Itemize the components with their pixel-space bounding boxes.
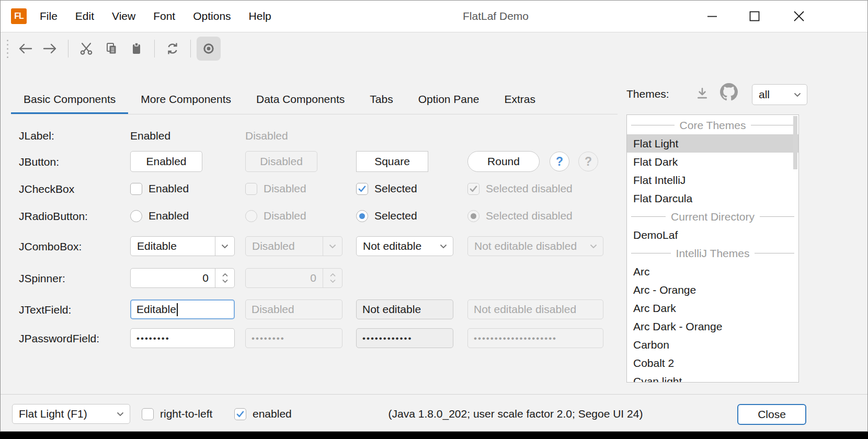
minimize-button[interactable] <box>696 1 728 32</box>
status-text: (Java 1.8.0_202; user scale factor 2.0; … <box>389 408 643 420</box>
menu-bar: File Edit View Font Options Help <box>31 1 280 32</box>
theme-list-item[interactable]: Arc Dark - Orange <box>627 317 798 336</box>
tab-tabs[interactable]: Tabs <box>357 84 405 114</box>
minimize-icon <box>705 9 719 23</box>
theme-list-item[interactable]: Arc Dark <box>627 299 798 317</box>
textfield-editable[interactable]: Editable <box>130 299 235 319</box>
maximize-icon <box>748 9 761 23</box>
chevron-down-icon <box>330 279 336 283</box>
chevron-down-icon[interactable] <box>434 237 453 256</box>
chevron-down-icon <box>222 279 228 283</box>
menu-file[interactable]: File <box>31 1 66 32</box>
radio-selected[interactable]: Selected <box>356 210 417 222</box>
theme-list-item[interactable]: Cobalt 2 <box>627 354 798 372</box>
flatlaf-demo-app: FL File Edit View Font Options Help Flat… <box>0 0 868 439</box>
tab-bar-divider <box>11 114 618 114</box>
close-window-button[interactable] <box>783 1 815 32</box>
tab-more-components[interactable]: More Components <box>128 84 244 114</box>
help-button[interactable]: ? <box>550 152 569 171</box>
menu-help[interactable]: Help <box>240 1 280 32</box>
passwordfield-editable[interactable]: •••••••• <box>130 328 235 348</box>
help-button-disabled: ? <box>578 152 598 171</box>
right-to-left-checkbox[interactable]: right-to-left <box>142 408 212 420</box>
enabled-button[interactable]: Enabled <box>130 151 202 172</box>
radio-disabled: Disabled <box>245 210 306 222</box>
tab-data-components[interactable]: Data Components <box>244 84 357 114</box>
radio-selected-icon[interactable] <box>356 210 368 222</box>
checkbox-label: Disabled <box>264 182 306 195</box>
toolbar-grip[interactable] <box>7 40 8 58</box>
jcheckbox-row-label: JCheckBox <box>19 183 74 195</box>
refresh-button[interactable] <box>161 37 185 61</box>
menu-edit[interactable]: Edit <box>66 1 103 32</box>
theme-list-item[interactable]: Flat Darcula <box>627 189 798 207</box>
theme-list-item[interactable]: Flat Light <box>627 134 798 153</box>
download-icon <box>695 87 709 100</box>
radio-icon[interactable] <box>130 210 142 222</box>
menu-view[interactable]: View <box>103 1 144 32</box>
checkbox-icon[interactable] <box>130 183 142 195</box>
chevron-down-icon[interactable] <box>111 405 130 423</box>
checkbox-enabled[interactable]: Enabled <box>130 182 189 195</box>
checkbox-selected[interactable]: Selected <box>356 182 417 195</box>
checkbox-label: Selected disabled <box>486 182 573 195</box>
chevron-down-icon[interactable] <box>215 237 234 256</box>
theme-list-item[interactable]: Arc <box>627 262 798 281</box>
tab-extras[interactable]: Extras <box>492 84 548 114</box>
spinner-arrows[interactable] <box>215 269 234 287</box>
maximize-button[interactable] <box>738 1 771 32</box>
arrow-right-icon <box>42 42 58 55</box>
textfield-not-editable[interactable]: Not editable <box>356 299 453 319</box>
theme-list-item[interactable]: DemoLaf <box>627 226 798 244</box>
tab-basic-components[interactable]: Basic Components <box>11 84 128 114</box>
theme-list-item[interactable]: Flat IntelliJ <box>627 171 798 189</box>
application-window: FL File Edit View Font Options Help Flat… <box>0 0 868 432</box>
radio-enabled[interactable]: Enabled <box>130 210 189 222</box>
jcombobox-row-label: JComboBox: <box>19 240 82 253</box>
combobox-not-editable[interactable]: Not editable <box>356 236 453 256</box>
copy-button[interactable] <box>99 37 123 61</box>
spinner-enabled[interactable]: 0 <box>130 268 235 288</box>
tab-option-pane[interactable]: Option Pane <box>406 84 492 114</box>
scrollbar-thumb[interactable] <box>793 116 797 169</box>
refresh-icon <box>165 41 180 56</box>
checkbox-checked-icon[interactable] <box>234 408 246 420</box>
tab-bar: Basic Components More Components Data Co… <box>11 84 548 114</box>
menu-options[interactable]: Options <box>184 1 239 32</box>
enabled-checkbox[interactable]: enabled <box>234 408 292 420</box>
theme-list-item[interactable]: Cyan light <box>627 372 798 383</box>
close-button[interactable]: Close <box>737 404 806 425</box>
jradiobutton-row-label: JRadioButton: <box>19 210 88 223</box>
forward-button[interactable] <box>38 37 62 61</box>
passwordfield-not-editable[interactable]: •••••••••••• <box>356 328 453 348</box>
checkbox-disabled: Disabled <box>245 182 306 195</box>
combobox-editable[interactable]: Editable <box>130 236 235 256</box>
lookandfeel-combobox[interactable]: Flat Light (F1) <box>12 404 130 424</box>
combobox-disabled: Disabled <box>245 236 342 256</box>
menu-font[interactable]: Font <box>144 1 184 32</box>
theme-list-item[interactable]: Carbon <box>627 336 798 354</box>
themes-list[interactable]: Core Themes Flat Light Flat Dark Flat In… <box>626 114 799 383</box>
chevron-up-icon <box>330 273 336 277</box>
chevron-down-icon[interactable] <box>788 85 807 105</box>
github-link-button[interactable] <box>720 83 738 101</box>
arrow-left-icon <box>17 42 33 55</box>
window-title: FlatLaf Demo <box>463 1 529 32</box>
paste-button[interactable] <box>124 37 149 61</box>
theme-filter-combobox[interactable]: all <box>752 84 807 105</box>
show-hidden-toggle-button[interactable] <box>197 37 221 61</box>
theme-list-item[interactable]: Flat Dark <box>627 153 798 171</box>
square-button[interactable]: Square <box>356 151 428 172</box>
round-button[interactable]: Round <box>467 151 540 172</box>
jspinner-row-label: JSpinner: <box>19 272 65 285</box>
radio-label: Selected disabled <box>486 210 573 222</box>
paste-icon <box>129 41 144 56</box>
download-theme-button[interactable] <box>695 86 710 101</box>
checkbox-icon[interactable] <box>142 408 154 420</box>
cut-button[interactable] <box>74 37 98 61</box>
theme-list-item[interactable]: Arc - Orange <box>627 281 798 299</box>
back-button[interactable] <box>13 37 37 61</box>
checkbox-checked-icon[interactable] <box>356 183 368 195</box>
jbutton-row-label: JButton: <box>19 156 59 168</box>
spinner-arrows <box>323 269 342 287</box>
